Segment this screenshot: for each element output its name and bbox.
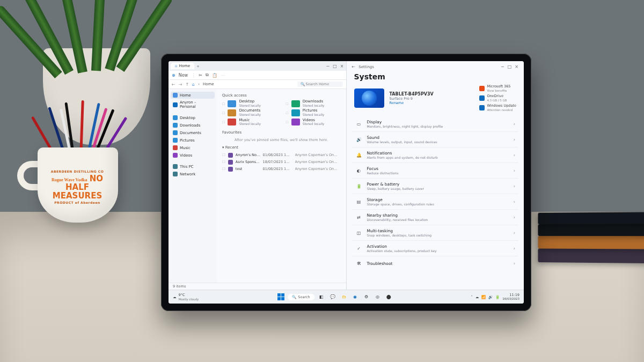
new-button[interactable]: New — [179, 73, 188, 78]
settings-row-sound[interactable]: 🔊SoundVolume levels, output, input, soun… — [352, 131, 519, 147]
explorer-sidebar: HomeAnyron – PersonalDesktopDownloadsDoc… — [169, 89, 217, 283]
settings-row-activation[interactable]: ✓ActivationActivation state, subscriptio… — [352, 240, 519, 256]
task-view-button[interactable]: ◧ — [317, 293, 326, 301]
clock-date[interactable]: 16/03/2023 — [502, 297, 519, 300]
sidebar-item-network[interactable]: Network — [171, 171, 215, 178]
setting-icon: ▭ — [355, 120, 363, 128]
sidebar-item-this-pc[interactable]: This PC — [171, 163, 215, 170]
settings-row-nearby-sharing[interactable]: ⇄Nearby sharingDiscoverability, received… — [352, 209, 519, 225]
device-name: TABLET-B4P5PV3V — [390, 92, 434, 97]
app-taskbar-icon[interactable]: ⬤ — [385, 293, 393, 301]
close-button[interactable]: × — [515, 64, 518, 69]
recent-location: Anyron Copeman's On… — [295, 153, 341, 157]
folder-documents[interactable]: ☐DocumentsStored locally — [222, 109, 277, 116]
status-bar: 9 items — [169, 283, 346, 290]
search-input[interactable]: 🔍 Search Home — [297, 82, 343, 87]
setting-icon: ✓ — [355, 245, 363, 252]
info-tile[interactable]: Microsoft 365View benefits — [479, 84, 516, 93]
device-card: TABLET-B4P5PV3V Surface Pro 9 Rename Mic… — [347, 84, 524, 116]
sidebar-item-pictures[interactable]: Pictures — [171, 137, 215, 144]
chevron-right-icon: › — [514, 168, 515, 173]
chrome-taskbar-icon[interactable]: ◎ — [374, 293, 382, 301]
sidebar-item-music[interactable]: Music — [171, 144, 215, 151]
checkbox[interactable]: ☐ — [222, 167, 225, 171]
copy-icon[interactable]: ⧉ — [206, 72, 209, 78]
start-button[interactable] — [276, 293, 285, 301]
edge-taskbar-icon[interactable]: ◉ — [351, 293, 360, 301]
folder-icon — [228, 100, 236, 107]
explorer-tabbar: ⌂ Home ＋ − □ × — [169, 61, 346, 71]
folder-pictures[interactable]: ☐PicturesStored locally — [286, 109, 340, 116]
minimize-button[interactable]: − — [326, 64, 330, 69]
settings-row-power-battery[interactable]: 🔋Power & batterySleep, battery usage, ba… — [352, 178, 519, 194]
folder-videos[interactable]: ☐VideosStored locally — [286, 119, 340, 126]
settings-row-troubleshoot[interactable]: 🛠Troubleshoot› — [352, 256, 519, 270]
breadcrumb[interactable]: Home — [203, 82, 214, 86]
info-tile[interactable]: Windows UpdateAttention needed — [479, 104, 516, 112]
new-tab-button[interactable]: ＋ — [196, 63, 200, 69]
cut-icon[interactable]: ✂ — [199, 73, 202, 78]
chevron-right-icon: › — [514, 137, 515, 142]
checkbox[interactable]: ☐ — [222, 153, 225, 157]
home-icon: ⌂ — [175, 64, 177, 68]
volume-tray-icon[interactable]: 🔊 — [488, 295, 493, 299]
tile-label: OneDrive4.3 GB / 5 GB — [487, 94, 507, 102]
battery-tray-icon[interactable]: 🔋 — [495, 295, 500, 299]
sidebar-item-documents[interactable]: Documents — [171, 129, 215, 136]
folder-music[interactable]: ☐MusicStored locally — [222, 119, 277, 126]
checkbox[interactable]: ☐ — [222, 120, 225, 124]
checkbox[interactable]: ☐ — [222, 111, 225, 115]
minimize-button[interactable]: − — [501, 64, 504, 69]
chat-button[interactable]: 💬 — [328, 293, 337, 301]
back-button[interactable]: ← — [352, 64, 356, 69]
checkbox[interactable]: ☐ — [222, 102, 225, 106]
checkbox[interactable]: ☐ — [222, 160, 225, 164]
rename-link[interactable]: Rename — [390, 101, 434, 105]
onedrive-tray-icon[interactable]: ☁ — [475, 295, 479, 299]
folder-downloads[interactable]: ☐DownloadsStored locally — [286, 100, 340, 107]
sidebar-item-label: Pictures — [180, 138, 195, 143]
info-tile[interactable]: OneDrive4.3 GB / 5 GB — [479, 94, 516, 102]
checkbox[interactable]: ☐ — [286, 111, 288, 115]
up-button[interactable]: ↑ — [185, 82, 189, 87]
settings-row-focus[interactable]: ◐FocusReduce distractions› — [352, 162, 519, 178]
recent-name: test — [236, 167, 260, 171]
setting-label: FocusReduce distractions — [367, 166, 399, 175]
tile-label: Microsoft 365View benefits — [487, 84, 510, 93]
sidebar-item-videos[interactable]: Videos — [171, 152, 215, 159]
settings-row-multi-tasking[interactable]: ◫Multi-taskingSnap windows, desktops, ta… — [352, 225, 519, 240]
forward-button[interactable]: → — [179, 82, 182, 87]
folder-desktop[interactable]: ☐DesktopStored locally — [222, 100, 277, 107]
back-button[interactable]: ← — [172, 82, 175, 87]
checkbox[interactable]: ☐ — [286, 120, 288, 124]
chevron-right-icon: › — [514, 153, 515, 158]
setting-label: ActivationActivation state, subscription… — [367, 244, 437, 253]
explorer-taskbar-icon[interactable]: 🗀 — [340, 293, 348, 301]
sidebar-item-anyron-personal[interactable]: Anyron – Personal — [171, 99, 215, 110]
settings-row-storage[interactable]: ▤StorageStorage space, drives, configura… — [352, 194, 519, 209]
wifi-tray-icon[interactable]: 📶 — [481, 295, 486, 299]
sidebar-item-downloads[interactable]: Downloads — [171, 122, 215, 129]
folder-icon — [173, 164, 178, 169]
paste-icon[interactable]: 📋 — [212, 73, 217, 78]
settings-row-notifications[interactable]: 🔔NotificationsAlerts from apps and syste… — [352, 147, 519, 162]
taskbar-search[interactable]: 🔍Search — [288, 294, 314, 300]
checkbox[interactable]: ☐ — [286, 102, 288, 106]
sidebar-item-desktop[interactable]: Desktop — [171, 114, 215, 121]
explorer-addressbar: ← → ↑ ⌂ › Home 🔍 Search Home — [169, 80, 346, 89]
recent-row[interactable]: ☐test01/08/2023 1…Anyron Copeman's On… — [222, 166, 341, 173]
sidebar-item-home[interactable]: Home — [171, 92, 215, 99]
close-button[interactable]: × — [340, 64, 344, 69]
settings-row-display[interactable]: ▭DisplayMonitors, brightness, night ligh… — [352, 116, 519, 131]
recent-header: Recent — [225, 145, 238, 150]
weather-widget[interactable]: ☁ 9°CMostly cloudy — [173, 293, 199, 301]
settings-taskbar-icon[interactable]: ⚙ — [362, 293, 371, 301]
folder-icon — [173, 115, 178, 120]
explorer-tab-home[interactable]: ⌂ Home — [171, 63, 194, 69]
recent-row[interactable]: ☐Asrix Sponsored Article File Visuailse … — [222, 159, 341, 166]
recent-row[interactable]: ☐Anyron's Notebook01/08/2023 1…Anyron Co… — [222, 152, 341, 159]
maximize-button[interactable]: □ — [333, 64, 337, 69]
setting-icon: 🛠 — [355, 260, 363, 267]
tray-chevron-icon[interactable]: ˄ — [471, 295, 473, 299]
maximize-button[interactable]: □ — [508, 64, 512, 69]
